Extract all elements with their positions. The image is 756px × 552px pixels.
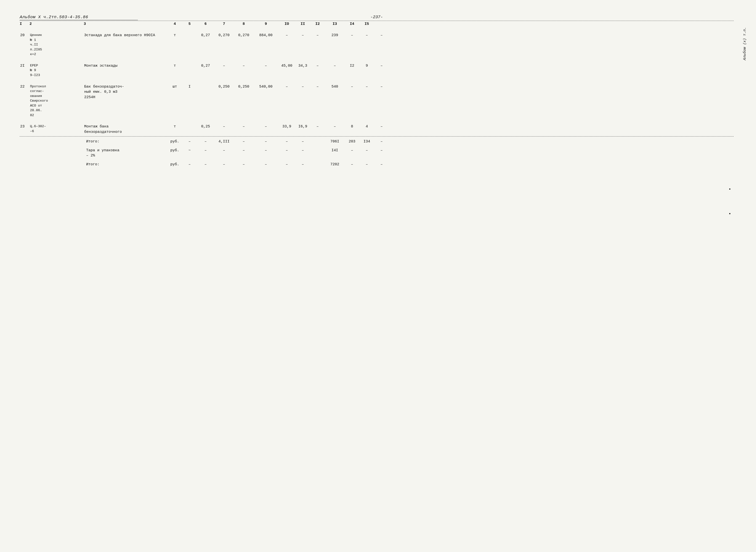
col-header-10: IO — [278, 22, 295, 26]
summary-2-col-13: I4I — [325, 147, 345, 154]
summary-2-col-9: – — [253, 147, 278, 154]
summary-1-col-8: – — [234, 138, 253, 145]
summary-1-col-10: – — [278, 138, 295, 145]
summary-2-col-10: – — [278, 147, 295, 154]
row-1-col-2: Ценник № 1 ч.II п.2I05 к=2 — [29, 32, 84, 58]
col-header-6: 6 — [197, 22, 214, 26]
col-header-8: 8 — [234, 22, 253, 26]
table-row: 23Ц.6–302– –6Монтаж бака бензораздаточно… — [20, 119, 734, 136]
row-4-col-16: – — [374, 123, 389, 130]
table-row: 2IЕРЕР № 9 9–I23Монтаж эстакадыт0,27–––4… — [20, 58, 734, 79]
row-4-col-8: – — [234, 123, 253, 130]
summary-2-col-6: – — [197, 147, 214, 154]
summary-2-col-4: руб. — [168, 147, 182, 154]
summary-3-col-5: – — [182, 161, 197, 168]
summary-rows: Итого:руб.––4,III––––706I203I34–Тара и у… — [20, 136, 734, 168]
row-1-col-11: – — [295, 32, 310, 39]
row-3-col-1: 22 — [20, 83, 29, 91]
vertical-side-text: Альбом (х) т.п. — [743, 27, 747, 60]
summary-2-col-1 — [20, 147, 29, 149]
col-header-5: 5 — [182, 22, 197, 26]
col-header-2: 2 — [29, 22, 84, 26]
row-4-col-10: 33,9 — [278, 123, 295, 130]
bullet-2: • — [729, 212, 731, 217]
row-2-col-4: т — [168, 62, 182, 70]
row-2-col-6: 0,27 — [197, 62, 214, 70]
summary-1-col-14: 203 — [345, 138, 359, 145]
header-area: Альбом X ч.2тп.503-4-35.86 -237- — [20, 15, 734, 20]
row-3-col-9: 540,00 — [253, 83, 278, 91]
row-1-col-5 — [182, 32, 197, 34]
summary-1-col-5: – — [182, 138, 197, 145]
col-header-11: II — [295, 22, 310, 26]
summary-2-col-5: ~ — [182, 147, 197, 154]
summary-1-col-16: – — [374, 138, 389, 145]
row-2-col-7: – — [214, 62, 234, 70]
summary-3-col-13: 7202 — [325, 161, 345, 168]
row-3-col-16: – — [374, 83, 389, 91]
column-headers: I 2 3 4 5 6 7 8 9 IO II I2 I3 I4 I5 — [20, 21, 734, 27]
album-title: Альбом X ч.2тп.503-4-35.86 — [20, 15, 138, 20]
row-2-col-16: – — [374, 62, 389, 70]
row-4-col-13: – — [325, 123, 345, 130]
col-header-1: I — [20, 22, 29, 26]
summary-1-col-3: Итого: — [84, 138, 168, 145]
row-2-col-8: – — [234, 62, 253, 70]
row-4-col-11: I6,9 — [295, 123, 310, 130]
summary-1-col-1 — [20, 138, 29, 140]
summary-3-col-10: – — [278, 161, 295, 168]
row-4-col-3: Монтаж бака бензораздаточного — [84, 123, 168, 136]
row-2-col-9: – — [253, 62, 278, 70]
row-1-col-3: Эстакада для бака верхнего Н9ОIА — [84, 32, 168, 39]
row-4-col-6: 0,25 — [197, 123, 214, 130]
summary-1-col-7: 4,III — [214, 138, 234, 145]
summary-3-col-7: – — [214, 161, 234, 168]
summary-3-col-16: – — [374, 161, 389, 168]
row-4-col-15: 4 — [359, 123, 374, 130]
summary-2-col-11: – — [295, 147, 310, 154]
summary-3-col-8: – — [234, 161, 253, 168]
summary-1-col-6: – — [197, 138, 214, 145]
row-3-col-4: шт — [168, 83, 182, 91]
row-1-col-1: 20 — [20, 32, 29, 39]
row-1-col-9: 884,00 — [253, 32, 278, 39]
summary-3-col-1 — [20, 161, 29, 163]
row-1-col-14: – — [345, 32, 359, 39]
row-3-col-6 — [197, 83, 214, 85]
summary-row: Тара и упаковка – 2%руб.~––––––I4I––– — [20, 145, 734, 160]
summary-1-col-13: 706I — [325, 138, 345, 145]
row-3-col-11: – — [295, 83, 310, 91]
row-2-col-10: 45,00 — [278, 62, 295, 70]
col-header-13: I3 — [325, 22, 345, 26]
summary-3-col-6: – — [197, 161, 214, 168]
row-4-col-1: 23 — [20, 123, 29, 130]
row-2-col-5 — [182, 62, 197, 64]
summary-3-col-2 — [29, 161, 84, 163]
row-2-col-3: Монтаж эстакады — [84, 62, 168, 70]
row-2-col-2: ЕРЕР № 9 9–I23 — [29, 62, 84, 79]
row-3-col-10: – — [278, 83, 295, 91]
row-3-col-5: I — [182, 83, 197, 91]
col-header-7: 7 — [214, 22, 234, 26]
row-2-col-11: 34,3 — [295, 62, 310, 70]
row-1-col-13: 239 — [325, 32, 345, 39]
summary-3-col-14: – — [345, 161, 359, 168]
summary-1-col-2 — [29, 138, 84, 140]
summary-row: Итого:руб.–––––––7202––– — [20, 159, 734, 168]
row-4-col-9: – — [253, 123, 278, 130]
row-2-col-12: – — [310, 62, 325, 70]
row-2-col-15: 9 — [359, 62, 374, 70]
summary-2-col-15: – — [359, 147, 374, 154]
row-1-col-8: 0,270 — [234, 32, 253, 39]
page-container: Альбом X ч.2тп.503-4-35.86 -237- I 2 3 4… — [20, 15, 734, 168]
col-header-9: 9 — [253, 22, 278, 26]
row-4-col-7: – — [214, 123, 234, 130]
row-3-col-8: 0,250 — [234, 83, 253, 91]
row-3-col-14: – — [345, 83, 359, 91]
col-header-12: I2 — [310, 22, 325, 26]
bullet-1: • — [729, 187, 731, 192]
col-header-3: 3 — [84, 22, 168, 26]
row-3-col-2: Протокол соглас- ования Свирского АСО от… — [29, 83, 84, 119]
row-1-col-6: 0,27 — [197, 32, 214, 39]
summary-2-col-2 — [29, 147, 84, 149]
